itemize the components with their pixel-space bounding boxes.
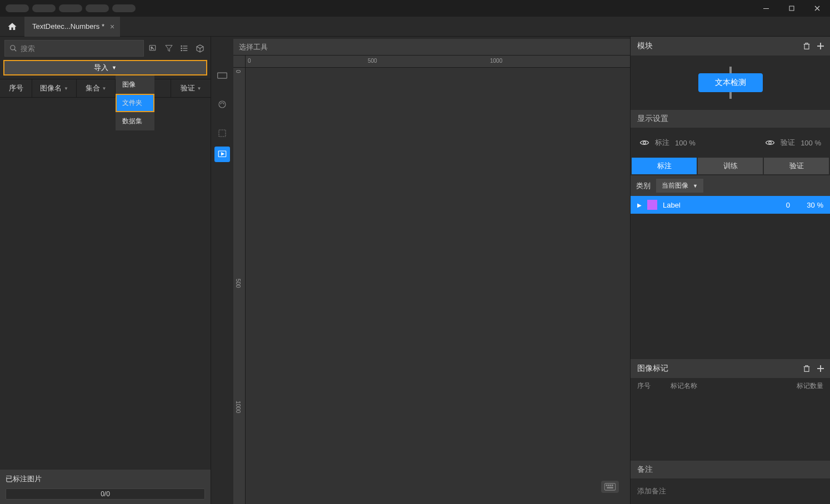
col-verify[interactable]: 验证▼ <box>171 79 211 97</box>
tool-play[interactable] <box>214 147 230 162</box>
home-button[interactable] <box>0 17 24 37</box>
category-label: 类别 <box>636 181 651 191</box>
category-bar: 类别 当前图像 ▼ <box>631 175 830 196</box>
left-panel: 导入 ▼ 图像 文件夹 数据集 序号 图像名▼ 集合▼ 标签▼ 验证▼ 已标注图… <box>0 37 211 504</box>
expand-icon[interactable]: ▶ <box>637 202 642 208</box>
tool-select-rect[interactable] <box>214 125 230 141</box>
marker-columns: 序号 标记名称 标记数量 <box>631 378 830 394</box>
tab-close-icon[interactable]: × <box>110 22 114 31</box>
delete-icon[interactable] <box>802 42 811 51</box>
eye-icon <box>765 139 775 147</box>
label-color-swatch[interactable] <box>647 200 657 210</box>
canvas-tool-title: 选择工具 <box>233 39 630 56</box>
svg-point-14 <box>219 101 226 108</box>
remarks-header: 备注 <box>631 461 830 478</box>
menu-pill[interactable] <box>112 4 136 12</box>
label-count: 0 <box>773 201 790 209</box>
package-icon[interactable] <box>194 42 206 54</box>
module-header-title: 模块 <box>637 41 653 51</box>
ruler-horizontal: 0 500 1000 <box>246 56 630 68</box>
image-filter-icon[interactable] <box>147 42 159 54</box>
display-annotate[interactable]: 标注 100 % <box>639 138 696 148</box>
tool-rect[interactable] <box>214 68 230 83</box>
col-set[interactable]: 集合▼ <box>77 79 116 97</box>
category-scope-select[interactable]: 当前图像 ▼ <box>656 179 703 193</box>
marker-col-name: 标记名称 <box>671 381 779 391</box>
col-image-name[interactable]: 图像名▼ <box>32 79 77 97</box>
titlebar <box>0 0 830 17</box>
svg-rect-19 <box>608 485 609 486</box>
svg-rect-18 <box>606 485 607 486</box>
label-percentage: 30 % <box>796 201 823 209</box>
label-name: Label <box>663 201 768 209</box>
import-dropdown: 图像 文件夹 数据集 <box>116 75 154 130</box>
caret-down-icon: ▼ <box>112 65 117 70</box>
mode-tab-annotate[interactable]: 标注 <box>632 158 697 174</box>
menu-pill[interactable] <box>6 4 29 12</box>
dropdown-item-image[interactable]: 图像 <box>116 75 154 94</box>
dropdown-item-dataset[interactable]: 数据集 <box>116 112 154 130</box>
marker-col-index: 序号 <box>637 381 671 391</box>
canvas-viewport[interactable] <box>246 68 630 504</box>
search-icon <box>9 44 17 52</box>
label-row[interactable]: ▶ Label 0 30 % <box>631 196 830 214</box>
svg-point-26 <box>769 142 772 144</box>
funnel-icon[interactable] <box>163 42 175 54</box>
canvas-area: 选择工具 0 500 1000 0 500 1000 <box>233 37 630 504</box>
close-button[interactable] <box>804 0 830 17</box>
caret-down-icon: ▼ <box>693 183 698 189</box>
menu-pill[interactable] <box>32 4 56 12</box>
col-index[interactable]: 序号 <box>0 79 32 97</box>
mode-tabs: 标注 训练 验证 <box>631 158 830 174</box>
project-tab[interactable]: TextDetec...Numbers * × <box>24 17 120 37</box>
tab-title: TextDetec...Numbers * <box>32 22 104 31</box>
progress-bar: 0/0 <box>6 488 205 500</box>
display-settings-header: 显示设置 <box>631 110 830 128</box>
mode-tab-verify[interactable]: 验证 <box>764 158 829 174</box>
svg-line-3 <box>14 49 17 52</box>
marker-header-title: 图像标记 <box>637 364 668 374</box>
keyboard-icon[interactable] <box>601 481 619 493</box>
ruler-vertical: 0 500 1000 <box>233 68 246 504</box>
delete-icon[interactable] <box>802 364 811 373</box>
svg-point-11 <box>181 50 182 51</box>
toolbox <box>211 37 233 504</box>
search-box[interactable] <box>4 40 144 57</box>
titlebar-menu-placeholder <box>0 4 136 12</box>
list-icon[interactable] <box>178 42 191 54</box>
search-input[interactable] <box>21 44 139 53</box>
maximize-button[interactable] <box>779 0 804 17</box>
tool-mask[interactable] <box>214 97 230 112</box>
module-graph: 文本检测 <box>631 56 830 110</box>
svg-rect-20 <box>610 485 611 486</box>
annotated-label: 已标注图片 <box>6 474 205 484</box>
menu-pill[interactable] <box>59 4 82 12</box>
svg-point-25 <box>643 142 646 144</box>
svg-rect-22 <box>607 487 613 488</box>
display-verify[interactable]: 验证 100 % <box>765 138 821 148</box>
module-node[interactable]: 文本检测 <box>698 73 763 92</box>
display-settings: 标注 100 % 验证 100 % <box>631 128 830 158</box>
image-table-header: 序号 图像名▼ 集合▼ 标签▼ 验证▼ <box>0 79 211 98</box>
remarks-input[interactable]: 添加备注 <box>631 478 830 504</box>
module-panel-header: 模块 <box>631 37 830 56</box>
menu-pill[interactable] <box>86 4 109 12</box>
svg-point-10 <box>181 48 182 48</box>
minimize-button[interactable] <box>753 0 779 17</box>
mode-tab-train[interactable]: 训练 <box>698 158 763 174</box>
dropdown-item-folder[interactable]: 文件夹 <box>116 94 154 112</box>
image-list-body <box>0 98 211 470</box>
ruler-corner <box>233 56 246 68</box>
tabbar: TextDetec...Numbers * × <box>0 17 830 37</box>
svg-point-2 <box>11 46 15 50</box>
svg-rect-15 <box>219 130 226 137</box>
import-label: 导入 <box>94 63 108 73</box>
import-button[interactable]: 导入 ▼ 图像 文件夹 数据集 <box>3 60 207 75</box>
marker-col-count: 标记数量 <box>779 381 823 391</box>
node-handle-bottom[interactable] <box>729 92 732 99</box>
add-icon[interactable] <box>816 41 826 51</box>
svg-rect-21 <box>612 485 613 486</box>
add-icon[interactable] <box>816 364 826 374</box>
node-handle-top[interactable] <box>729 67 732 73</box>
marker-panel-header: 图像标记 <box>631 359 830 378</box>
